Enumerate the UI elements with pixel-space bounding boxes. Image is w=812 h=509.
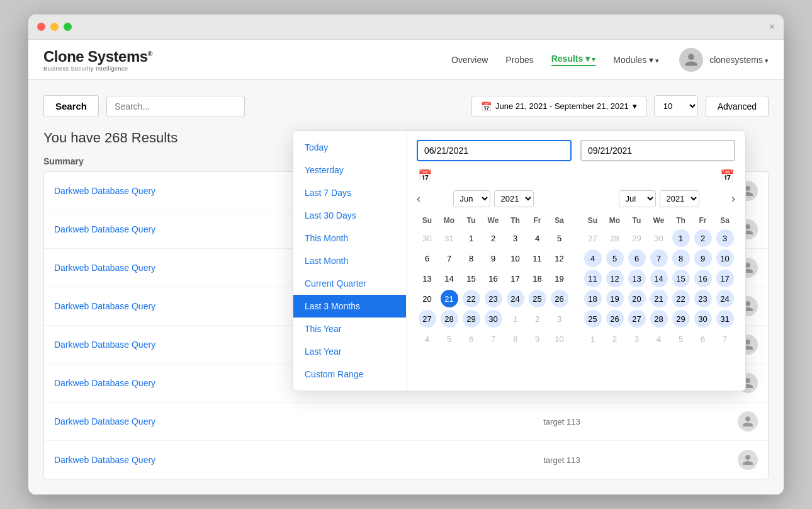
cal-cell[interactable]: 3 bbox=[551, 310, 568, 328]
cal-cell[interactable]: 13 bbox=[628, 270, 646, 287]
cal-cell[interactable]: 12 bbox=[551, 249, 568, 267]
cal-cell[interactable]: 18 bbox=[529, 270, 546, 287]
cal-cell-selected[interactable]: 21 bbox=[441, 290, 458, 307]
cal-cell[interactable]: 5 bbox=[606, 249, 624, 267]
cal-cell[interactable]: 3 bbox=[507, 229, 524, 247]
cal-cell[interactable]: 10 bbox=[507, 249, 524, 267]
cal-cell[interactable]: 6 bbox=[694, 330, 712, 348]
cal-cell[interactable]: 15 bbox=[463, 270, 480, 287]
cal-cell[interactable]: 16 bbox=[694, 270, 712, 287]
cal-cell[interactable]: 30 bbox=[650, 229, 668, 247]
cal-cell[interactable]: 31 bbox=[441, 229, 458, 247]
cal-cell[interactable]: 3 bbox=[628, 330, 646, 348]
cal-cell[interactable]: 2 bbox=[529, 310, 546, 328]
cal-cell[interactable]: 9 bbox=[694, 249, 712, 267]
date-range-button[interactable]: 📅 June 21, 2021 - September 21, 2021 ▾ bbox=[471, 96, 646, 117]
cal-cell[interactable]: 1 bbox=[672, 229, 690, 247]
user-name[interactable]: clonesystems bbox=[709, 55, 769, 65]
cal-cell[interactable]: 7 bbox=[485, 330, 502, 348]
close-dot[interactable] bbox=[37, 23, 45, 31]
cal-cell[interactable]: 30 bbox=[419, 229, 436, 247]
preset-thismonth[interactable]: This Month bbox=[293, 227, 406, 249]
cal-cell[interactable]: 13 bbox=[419, 270, 436, 287]
cal-cell[interactable]: 14 bbox=[650, 270, 668, 287]
result-link[interactable]: Darkweb Database Query bbox=[54, 455, 386, 465]
cal-cell[interactable]: 7 bbox=[441, 249, 458, 267]
preset-thisyear[interactable]: This Year bbox=[293, 317, 406, 340]
cal-cell[interactable]: 19 bbox=[606, 290, 624, 307]
cal-cell[interactable]: 5 bbox=[441, 330, 458, 348]
cal-cell[interactable]: 16 bbox=[485, 270, 502, 287]
cal-cell[interactable]: 29 bbox=[672, 310, 690, 328]
prev-month-button[interactable]: ‹ bbox=[417, 192, 420, 205]
nav-results[interactable]: Results ▾ bbox=[551, 54, 596, 66]
cal-cell[interactable]: 4 bbox=[650, 330, 668, 348]
cal-cell[interactable]: 18 bbox=[584, 290, 602, 307]
cal-cell[interactable]: 28 bbox=[606, 229, 624, 247]
preset-customrange[interactable]: Custom Range bbox=[293, 363, 406, 386]
start-calendar-icon[interactable]: 📅 bbox=[417, 168, 433, 184]
cal-cell[interactable]: 7 bbox=[716, 330, 734, 348]
cal-cell[interactable]: 8 bbox=[463, 249, 480, 267]
cal-cell[interactable]: 20 bbox=[628, 290, 646, 307]
cal-cell[interactable]: 24 bbox=[507, 290, 524, 307]
cal-cell[interactable]: 7 bbox=[650, 249, 668, 267]
preset-last3months[interactable]: Last 3 Months bbox=[293, 295, 406, 317]
cal-cell[interactable]: 24 bbox=[716, 290, 734, 307]
preset-lastyear[interactable]: Last Year bbox=[293, 340, 406, 363]
cal-cell[interactable]: 11 bbox=[529, 249, 546, 267]
preset-yesterday[interactable]: Yesterday bbox=[293, 159, 406, 181]
cal-cell[interactable]: 14 bbox=[441, 270, 458, 287]
preset-today[interactable]: Today bbox=[293, 136, 406, 159]
cal-cell[interactable]: 5 bbox=[672, 330, 690, 348]
cal-cell[interactable]: 27 bbox=[628, 310, 646, 328]
search-button[interactable]: Search bbox=[43, 95, 99, 117]
cal-cell[interactable]: 6 bbox=[628, 249, 646, 267]
end-date-input[interactable] bbox=[580, 140, 735, 161]
cal-cell[interactable]: 2 bbox=[694, 229, 712, 247]
nav-modules[interactable]: Modules ▾ bbox=[613, 55, 659, 65]
cal-cell[interactable]: 1 bbox=[507, 310, 524, 328]
cal-cell[interactable]: 1 bbox=[463, 229, 480, 247]
cal-cell[interactable]: 20 bbox=[419, 290, 436, 307]
cal-cell[interactable]: 9 bbox=[529, 330, 546, 348]
cal-cell[interactable]: 12 bbox=[606, 270, 624, 287]
cal-cell[interactable]: 17 bbox=[716, 270, 734, 287]
cal-cell[interactable]: 2 bbox=[606, 330, 624, 348]
cal-cell[interactable]: 30 bbox=[485, 310, 502, 328]
nav-overview[interactable]: Overview bbox=[451, 55, 488, 65]
cal-cell[interactable]: 6 bbox=[463, 330, 480, 348]
maximize-dot[interactable] bbox=[64, 23, 72, 31]
right-month-select[interactable]: JanFebMarAprMay JunJulAugSepOctNovDec bbox=[619, 190, 656, 207]
cal-cell[interactable]: 27 bbox=[419, 310, 436, 328]
next-month-button[interactable]: › bbox=[731, 192, 735, 205]
preset-lastmonth[interactable]: Last Month bbox=[293, 249, 406, 272]
cal-cell[interactable]: 23 bbox=[694, 290, 712, 307]
advanced-button[interactable]: Advanced bbox=[706, 96, 769, 117]
cal-cell[interactable]: 4 bbox=[584, 249, 602, 267]
cal-cell[interactable]: 8 bbox=[672, 249, 690, 267]
preset-currentquarter[interactable]: Current Quarter bbox=[293, 272, 406, 295]
cal-cell[interactable]: 11 bbox=[584, 270, 602, 287]
cal-cell[interactable]: 10 bbox=[716, 249, 734, 267]
cal-cell[interactable]: 30 bbox=[694, 310, 712, 328]
cal-cell[interactable]: 29 bbox=[463, 310, 480, 328]
cal-cell[interactable]: 27 bbox=[584, 229, 602, 247]
result-link[interactable]: Darkweb Database Query bbox=[54, 416, 386, 426]
cal-cell[interactable]: 25 bbox=[529, 290, 546, 307]
minimize-dot[interactable] bbox=[50, 23, 59, 31]
cal-cell[interactable]: 26 bbox=[551, 290, 568, 307]
cal-cell[interactable]: 28 bbox=[441, 310, 458, 328]
left-month-select[interactable]: JanFebMarAprMay JunJulAugSepOctNovDec bbox=[453, 190, 490, 207]
cal-cell[interactable]: 10 bbox=[551, 330, 568, 348]
cal-cell[interactable]: 26 bbox=[606, 310, 624, 328]
cal-cell[interactable]: 8 bbox=[507, 330, 524, 348]
cal-cell[interactable]: 15 bbox=[672, 270, 690, 287]
cal-cell[interactable]: 9 bbox=[485, 249, 502, 267]
left-year-select[interactable]: 2019202020212022 bbox=[494, 190, 534, 207]
count-select[interactable]: 10 25 50 100 bbox=[654, 95, 698, 117]
cal-cell[interactable]: 25 bbox=[584, 310, 602, 328]
cal-cell[interactable]: 22 bbox=[672, 290, 690, 307]
start-date-input[interactable] bbox=[417, 140, 572, 161]
cal-cell[interactable]: 22 bbox=[463, 290, 480, 307]
